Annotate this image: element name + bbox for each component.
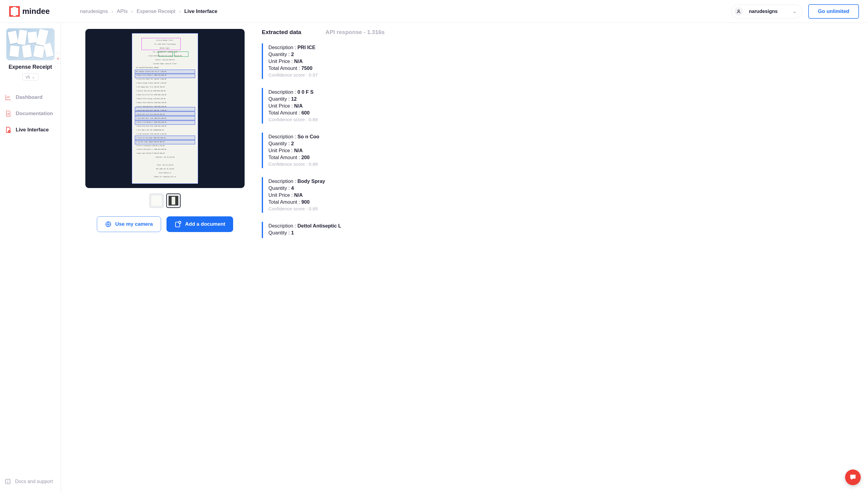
field-row: Quantity : 1 <box>268 230 856 236</box>
field-row: Quantity : 2 <box>268 51 856 57</box>
receipt-text-line: 5 Nasco Corn Flakes 5 1800.001,800.00 <box>136 74 194 76</box>
tab-extracted-data[interactable]: Extracted data <box>262 29 301 36</box>
add-document-button[interactable]: Add a document <box>166 216 233 232</box>
receipt-text-line: 1 Titus Sardines 125g 550.00 2,200.00 <box>136 133 194 135</box>
field-row: Unit Price : N/A <box>268 148 856 153</box>
thumbnail[interactable] <box>166 193 181 208</box>
line-item-card[interactable]: Description : PRI ICEQuantity : 2Unit Pr… <box>262 43 856 79</box>
user-icon <box>736 9 741 14</box>
svg-rect-1 <box>13 7 16 8</box>
field-row: Quantity : 2 <box>268 141 856 147</box>
field-row: Description : 0 0 F S <box>268 89 856 95</box>
chevron-right-icon: › <box>131 8 133 15</box>
field-row: Unit Price : N/A <box>268 103 856 109</box>
field-row: Description : Dettol Antiseptic L <box>268 223 856 229</box>
chevron-right-icon: › <box>111 8 113 15</box>
sidebar-item-label: Live Interface <box>16 127 49 133</box>
receipt-text-line: 2 Nivea Men Deep Roll 850.00 1,700.00 <box>136 110 194 111</box>
receipt-text-line: 1 Dettol Antiseptic L 1600.001,600.00 <box>136 149 194 150</box>
receipt-text-line: 1 Nivea Pob Even Glow 2200.002,200.00 <box>136 125 194 127</box>
results-panel: Extracted data API response - 1.316s Des… <box>251 23 868 493</box>
receipt-text-line: 2 Storm For Men Body 1800.001,800.00 <box>136 137 194 138</box>
sidebar-item-label: Documentation <box>16 111 53 116</box>
line-item-card[interactable]: Description : Body SprayQuantity : 4Unit… <box>262 177 856 213</box>
button-label: Use my camera <box>115 221 153 227</box>
sidebar-item-live-interface[interactable]: Live Interface <box>3 122 58 137</box>
go-unlimited-button[interactable]: Go unlimited <box>808 4 859 19</box>
result-tabs: Extracted data API response - 1.316s <box>262 29 856 36</box>
document-icon <box>5 110 12 117</box>
receipt-text-line: 1 Nivea Men Cool Kick 850.00 850.00 <box>136 114 194 115</box>
confidence-score: Confidence score : 0.69 <box>268 117 856 122</box>
svg-rect-7 <box>7 481 8 483</box>
receipt-text-line: Ticket:01417598.403 03/12/2022 3:04:49 P… <box>136 55 194 57</box>
breadcrumb-item[interactable]: Expense Receipt <box>137 8 175 15</box>
document-plus-icon <box>174 220 182 228</box>
line-item-card[interactable]: Description : So n CooQuantity : 2Unit P… <box>262 133 856 168</box>
svg-point-6 <box>7 480 8 481</box>
info-icon <box>5 478 11 485</box>
receipt-text-line: 2 Nussa Choco Hazelnu 2100.002,100.00 <box>136 102 194 103</box>
field-row: Description : PRI ICE <box>268 45 856 50</box>
receipt-text-line: Thanks for shopping with us <box>136 176 194 177</box>
chat-button[interactable] <box>845 470 861 485</box>
receipt-text-line: 5 Oral B Toothpaste 450.00 2,250.00 <box>136 145 194 147</box>
receipt-text-line: 2 Coca-Cola 100cl Pet 180.00 1,260.00 <box>136 78 194 80</box>
receipt-text-line: QTY DESCRIPTION PRICE AMOUNT <box>136 67 194 68</box>
main: Grocery Bazaar Store.13, LASU Isheri Exp… <box>61 23 868 493</box>
logo[interactable]: mindee <box>9 6 50 17</box>
receipt-text-line: Akesan Lagos. <box>136 47 194 49</box>
line-item-card[interactable]: Description : Dettol Antiseptic LQuantit… <box>262 222 856 238</box>
thumbnails <box>149 193 181 208</box>
version-select[interactable]: v5 ⌄ <box>22 73 38 81</box>
logo-text: mindee <box>22 7 50 16</box>
receipt-text-line: 4 Joy Bar Soap 120gx4 400.00 800.00 <box>136 141 194 143</box>
thumbnail[interactable] <box>149 193 164 208</box>
receipt-text-line: 1 Dove 4 in1 Beauty C 2600.002,600.00 <box>136 122 194 123</box>
user-menu[interactable]: narudesigns ⌄ <box>731 4 802 18</box>
use-camera-button[interactable]: Use my camera <box>97 216 161 232</box>
breadcrumb-item[interactable]: APIs <box>117 8 128 15</box>
docs-support-link[interactable]: Docs and support <box>3 475 58 488</box>
confidence-score: Confidence score : 0.89 <box>268 162 856 167</box>
tab-api-response[interactable]: API response - 1.316s <box>326 29 385 36</box>
receipt-text-line: POS CARD =N= 55,170.00 <box>136 168 194 170</box>
receipt-text-line: Customer Name: General Client <box>136 63 194 64</box>
logo-icon <box>9 6 20 17</box>
docs-support-label: Docs and support <box>15 479 53 484</box>
confidence-score: Confidence score : 0.97 <box>268 72 856 78</box>
chevron-right-icon: › <box>179 8 181 15</box>
sidebar-item-documentation[interactable]: Documentation <box>3 106 58 121</box>
action-row: Use my camera Add a document <box>97 216 233 232</box>
collapse-sidebar-button[interactable]: ‹ <box>56 53 61 64</box>
line-item-card[interactable]: Description : 0 0 F SQuantity : 12Unit P… <box>262 88 856 124</box>
receipt-text-line: 2 Soul Mate Hair Cond 1000.001,000.00 <box>136 117 194 119</box>
document-area: Grocery Bazaar Store.13, LASU Isheri Exp… <box>61 23 251 493</box>
breadcrumb-current: Live Interface <box>184 8 218 15</box>
field-row: Unit Price : N/A <box>268 192 856 198</box>
field-row: Unit Price : N/A <box>268 59 856 64</box>
sidebar-nav: Dashboard Documentation Live Interface <box>3 90 58 137</box>
field-row: Total Amount : 900 <box>268 199 856 205</box>
receipt-text-line: 13, LASU Isheri Expressway <box>136 43 194 45</box>
api-title: Expense Receipt <box>3 64 58 70</box>
receipt-text-line: 2 Fanta Orange Flavou 180.00 2,160.00 <box>136 82 194 84</box>
document-viewer[interactable]: Grocery Bazaar Store.13, LASU Isheri Exp… <box>85 29 245 188</box>
svg-rect-2 <box>13 15 16 16</box>
receipt-text-line: Cashier: Akinlua Omolofe <box>136 59 194 61</box>
receipt-text-line: 1 Sure 48hrs 497.250 1400001400.00 <box>136 129 194 131</box>
field-row: Quantity : 12 <box>268 96 856 102</box>
sidebar-item-dashboard[interactable]: Dashboard <box>3 90 58 105</box>
field-row: Total Amount : 7500 <box>268 65 856 71</box>
field-row: Description : So n Coo <box>268 134 856 140</box>
api-thumbnail <box>6 28 55 60</box>
breadcrumb: narudesigns › APIs › Expense Receipt › L… <box>80 8 218 15</box>
receipt-text-line: 2 Peak Extra Fortifie 8700.005,100.00 <box>136 94 194 95</box>
receipt-text-line: 1 Chi Happy Hour Frui 350.00 350.00 <box>136 86 194 88</box>
svg-point-3 <box>738 9 739 11</box>
sidebar-item-label: Dashboard <box>16 94 43 100</box>
field-row: Description : Body Spray <box>268 178 856 184</box>
chevron-down-icon: ⌄ <box>32 75 35 79</box>
user-name: narudesigns <box>749 9 778 14</box>
breadcrumb-item[interactable]: narudesigns <box>80 8 108 15</box>
